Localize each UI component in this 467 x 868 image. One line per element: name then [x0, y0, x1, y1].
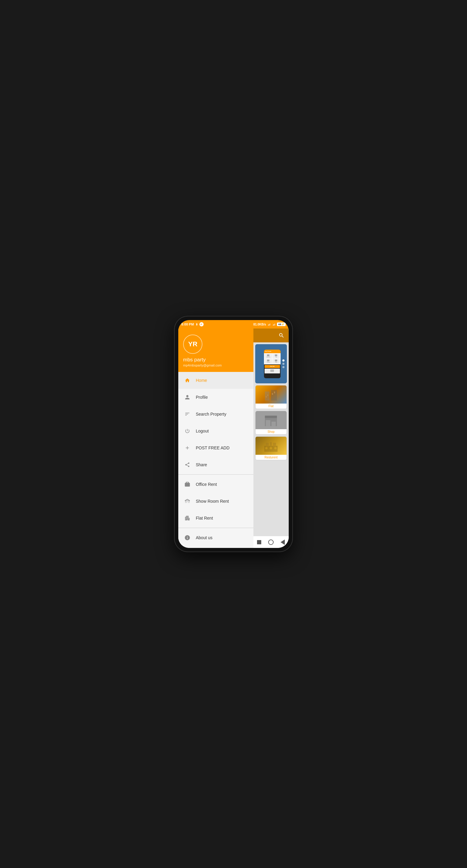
phone-screen: 8:00 PM ⬇ P 81.0KB/s 📶 📶 44⚡ YR	[178, 320, 289, 548]
property-card-shop[interactable]: Shop	[255, 411, 287, 435]
user-email: mp4mbsparty@gmail.com	[183, 364, 222, 367]
svg-point-16	[265, 447, 268, 450]
menu-item-about-us[interactable]: About us	[178, 529, 254, 546]
svg-rect-1	[185, 500, 189, 501]
content-body: Real Estate Show Rm Flat	[254, 342, 289, 536]
menu-item-search-property[interactable]: Search Property	[178, 406, 254, 423]
menu-item-profile[interactable]: Profile	[178, 389, 254, 406]
main-header	[254, 329, 289, 342]
svg-rect-6	[272, 393, 273, 395]
network-speed: 81.0KB/s	[254, 323, 266, 326]
briefcase-icon	[183, 480, 192, 489]
plus-icon	[183, 444, 192, 452]
shop-label: Shop	[256, 429, 287, 434]
time-display: 8:00 PM	[181, 322, 194, 326]
share-icon	[183, 461, 192, 469]
restaurant-label: Resturent	[256, 455, 287, 460]
apartment-icon	[183, 514, 192, 522]
svg-rect-4	[266, 396, 267, 398]
search-icon-main[interactable]	[279, 333, 285, 338]
filter-icon	[183, 410, 192, 418]
nav-recents-button[interactable]	[255, 538, 263, 546]
user-name: mbs party	[183, 357, 206, 363]
svg-rect-7	[274, 392, 275, 393]
property-card-flat[interactable]: Flat	[255, 385, 287, 409]
menu-item-show-room-rent[interactable]: Show Room Rent	[178, 493, 254, 510]
screen-content: YR mbs party mp4mbsparty@gmail.com	[178, 329, 289, 548]
wifi-icon: 📶	[272, 323, 276, 326]
menu-label-logout: Logout	[196, 429, 209, 433]
phone-device: 8:00 PM ⬇ P 81.0KB/s 📶 📶 44⚡ YR	[175, 316, 292, 552]
svg-rect-13	[266, 443, 269, 446]
menu-label-flat-rent: Flat Rent	[196, 516, 213, 521]
restaurant-image	[256, 437, 287, 455]
nav-home-button[interactable]	[267, 538, 275, 546]
menu-label-post-free-add: POST FREE ADD	[196, 445, 230, 450]
shop-image	[256, 411, 287, 429]
svg-rect-14	[270, 442, 272, 446]
battery-display: 44⚡	[277, 322, 286, 326]
menu-label-about-us: About us	[196, 535, 212, 540]
menu-label-show-room-rent: Show Room Rent	[196, 499, 229, 504]
nav-triangle-icon	[281, 539, 285, 545]
menu-item-office-rent[interactable]: Office Rent	[178, 476, 254, 493]
person-icon	[183, 393, 192, 401]
svg-rect-11	[271, 422, 276, 426]
parking-icon: P	[199, 322, 204, 327]
nav-back-button[interactable]	[279, 538, 287, 546]
property-card-restaurant[interactable]: Resturent	[255, 436, 287, 460]
divider-1	[178, 474, 254, 475]
mini-phone-mockup: Real Estate Show Rm Flat	[264, 350, 281, 378]
main-content-area: Real Estate Show Rm Flat	[254, 329, 289, 548]
status-right: 81.0KB/s 📶 📶 44⚡	[254, 322, 286, 326]
download-icon: ⬇	[196, 323, 198, 326]
showroom-icon	[183, 497, 192, 505]
svg-rect-5	[267, 395, 268, 396]
drawer-menu-section1: Home Profile	[178, 372, 254, 548]
svg-point-18	[274, 447, 276, 450]
navigation-drawer: YR mbs party mp4mbsparty@gmail.com	[178, 329, 254, 548]
menu-item-flat-rent[interactable]: Flat Rent	[178, 510, 254, 527]
menu-label-office-rent: Office Rent	[196, 482, 217, 487]
flat-image	[256, 385, 287, 404]
nav-circle-icon	[268, 539, 273, 545]
menu-label-profile: Profile	[196, 395, 208, 400]
menu-label-share: Share	[196, 462, 207, 467]
sim-icon: 📶	[267, 323, 271, 326]
menu-item-home[interactable]: Home	[178, 372, 254, 389]
menu-item-post-free-add[interactable]: POST FREE ADD	[178, 439, 254, 456]
dot-2	[282, 363, 285, 365]
drawer-header: YR mbs party mp4mbsparty@gmail.com	[178, 329, 254, 372]
status-left: 8:00 PM ⬇ P	[181, 322, 204, 327]
status-bar: 8:00 PM ⬇ P 81.0KB/s 📶 📶 44⚡	[178, 320, 289, 329]
svg-rect-9	[265, 415, 277, 418]
svg-rect-10	[266, 420, 270, 426]
info-icon	[183, 533, 192, 542]
menu-label-home: Home	[196, 378, 207, 383]
divider-2	[178, 528, 254, 528]
power-icon	[183, 427, 192, 435]
navigation-bar	[254, 536, 289, 548]
carousel-dots	[282, 360, 285, 368]
flat-label: Flat	[256, 404, 287, 409]
app-preview-card: Real Estate Show Rm Flat	[255, 344, 287, 383]
menu-item-logout[interactable]: Logout	[178, 423, 254, 439]
svg-point-17	[270, 447, 272, 450]
menu-label-search-property: Search Property	[196, 412, 226, 416]
svg-rect-2	[265, 392, 269, 401]
dot-1	[282, 360, 285, 362]
dot-3	[282, 366, 285, 368]
nav-square-icon	[257, 540, 261, 544]
home-icon	[183, 376, 192, 384]
menu-item-share[interactable]: Share	[178, 456, 254, 473]
user-avatar: YR	[183, 335, 202, 354]
svg-rect-15	[273, 443, 276, 446]
